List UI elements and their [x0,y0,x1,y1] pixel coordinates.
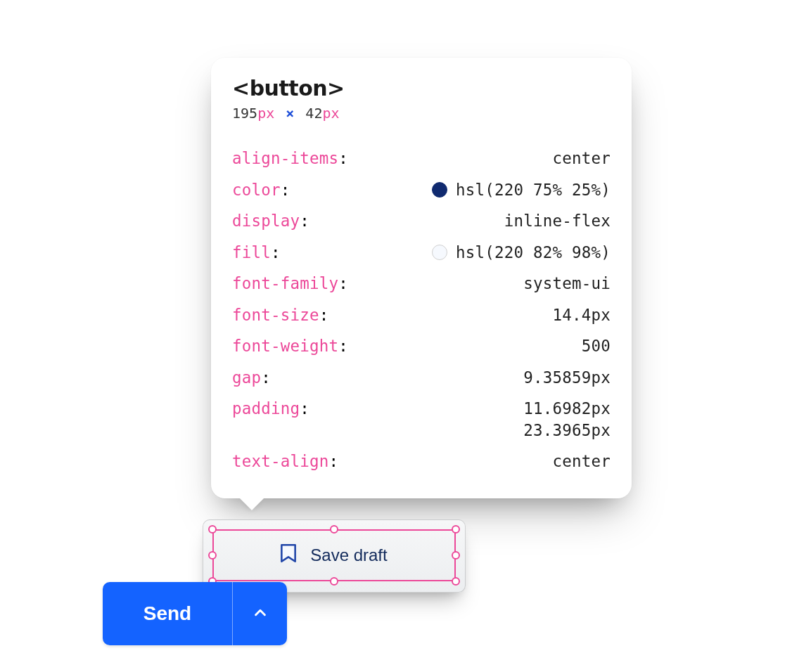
tooltip-arrow [240,486,264,510]
property-row: fill: hsl(220 82% 98%) [232,237,611,269]
inspector-dimensions: 195px × 42px [232,105,611,122]
property-value: hsl(220 75% 25%) [432,182,611,198]
property-name: font-size [232,306,319,324]
property-name: fill [232,243,271,261]
send-split-button: Send [103,582,287,645]
color-swatch [432,182,447,198]
property-name: color [232,181,281,199]
property-row: font-size: 14.4px [232,299,611,331]
property-name: display [232,212,300,230]
send-dropdown-toggle[interactable] [232,582,287,645]
property-row: align-items: center [232,143,611,174]
property-value-text: hsl(220 75% 25%) [456,182,611,198]
dimension-height-unit: px [322,105,339,122]
property-value-text: 23.3965px [523,422,611,439]
property-row: padding: 11.6982px 23.3965px [232,393,611,446]
property-value-text: hsl(220 82% 98%) [456,245,611,261]
property-row: font-family: system-ui [232,268,611,299]
property-row: display: inline-flex [232,205,611,237]
send-button-label: Send [143,602,191,625]
property-value: 11.6982px 23.3965px [523,401,611,438]
property-value: system-ui [523,276,611,292]
property-name: gap [232,368,261,387]
color-swatch [432,245,447,260]
property-name: font-family [232,274,338,292]
dimension-separator: × [283,105,297,122]
property-value: hsl(220 82% 98%) [432,245,611,261]
property-value: 9.35859px [523,370,611,386]
inspector-tooltip: <button> 195px × 42px align-items: cente… [211,58,632,498]
property-name: font-weight [232,337,338,355]
inspector-property-list: align-items: center color: hsl(220 75% 2… [232,143,611,477]
property-row: font-weight: 500 [232,330,611,362]
property-value-text: 11.6982px [523,401,611,417]
dimension-width-unit: px [257,105,274,122]
save-draft-label: Save draft [310,545,387,565]
save-draft-button[interactable]: Save draft [213,530,454,581]
property-value: 500 [582,338,611,354]
property-row: text-align: center [232,446,611,477]
chevron-up-icon [253,605,268,623]
property-name: align-items [232,149,338,167]
send-button[interactable]: Send [103,582,232,645]
property-row: gap: 9.35859px [232,362,611,394]
inspector-element-tag: <button> [232,76,611,101]
dimension-height-value: 42 [305,105,322,122]
property-value: 14.4px [553,307,611,323]
property-value: center [553,150,611,167]
property-value: center [553,453,611,470]
bookmark-icon [279,543,298,568]
dimension-width-value: 195 [232,105,257,122]
property-value: inline-flex [504,213,611,229]
property-row: color: hsl(220 75% 25%) [232,174,611,206]
property-name: padding [232,399,300,418]
property-name: text-align [232,452,328,470]
